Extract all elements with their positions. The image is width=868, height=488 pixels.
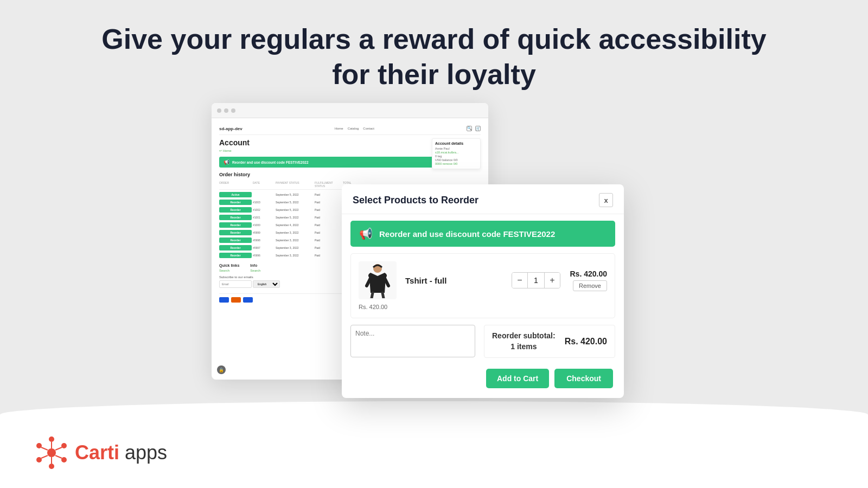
svg-line-14 (41, 447, 48, 450)
store-nav: Home Catalog Contact (335, 127, 374, 130)
svg-point-8 (36, 443, 42, 448)
reorder-btn[interactable]: Reorder (219, 200, 252, 205)
subtotal-box: Reorder subtotal: 1 items Rs. 420.00 (484, 325, 615, 358)
reorder-btn[interactable]: Reorder (219, 237, 252, 243)
reorder-btn[interactable]: Reorder (219, 207, 252, 213)
modal-footer: Add to Cart Checkout (342, 362, 624, 398)
order-history-title: Order history (219, 172, 481, 177)
modal-title: Select Products to Reorder (353, 195, 478, 206)
svg-point-6 (49, 464, 54, 469)
email-input[interactable] (219, 280, 252, 288)
brand-logo: Carti apps (33, 434, 167, 472)
megaphone-icon: 📢 (224, 159, 229, 165)
reorder-btn[interactable]: Reorder (219, 253, 252, 258)
quantity-value: 1 (527, 273, 545, 288)
nav-contact[interactable]: Contact (363, 127, 374, 130)
add-to-cart-button[interactable]: Add to Cart (486, 369, 549, 388)
subtotal-label: Reorder subtotal: 1 items (492, 331, 556, 352)
reorder-btn[interactable]: Reorder (219, 222, 252, 228)
browser-dot-1 (217, 108, 221, 113)
modal-header: Select Products to Reorder x (342, 184, 624, 214)
quantity-increase-button[interactable]: + (545, 273, 560, 288)
amex-icon (243, 297, 253, 303)
remove-product-button[interactable]: Remove (573, 280, 607, 291)
lock-icon: 🔒 (217, 365, 226, 374)
svg-point-5 (61, 457, 67, 463)
info-link-search[interactable]: Search (250, 269, 260, 272)
account-details-box: Account details Annie Paul s18.mcat.kulb… (432, 138, 481, 169)
checkout-button[interactable]: Checkout (554, 369, 613, 388)
svg-line-13 (41, 455, 48, 458)
modal-promo-banner: 📢 Reorder and use discount code FESTIVE2… (350, 221, 615, 247)
reorder-btn[interactable]: Reorder (219, 215, 252, 220)
product-section: Tshirt - full − 1 + Rs. 420.00 Remove Rs… (350, 253, 615, 318)
megaphone-large-icon: 📢 (359, 227, 373, 240)
nav-catalog[interactable]: Catalog (348, 127, 359, 130)
carti-logo-icon (33, 434, 71, 472)
browser-dot-2 (224, 108, 228, 113)
store-logo: sd-app-dev (219, 126, 242, 131)
product-row: Tshirt - full − 1 + Rs. 420.00 Remove (359, 261, 607, 299)
store-header: sd-app-dev Home Catalog Contact 🔍 🛒 (219, 124, 481, 135)
reorder-btn[interactable]: Reorder (219, 245, 252, 251)
info-col: Info Search (250, 264, 260, 272)
quick-link-search[interactable]: Search (219, 269, 239, 272)
bottom-section: Reorder subtotal: 1 items Rs. 420.00 (350, 325, 615, 358)
product-price: Rs. 420.00 (569, 269, 607, 278)
reorder-btn[interactable]: Reorder (219, 230, 252, 235)
product-price-section: Rs. 420.00 Remove (569, 269, 607, 291)
svg-point-7 (36, 457, 42, 463)
note-textarea[interactable] (350, 325, 475, 357)
quick-links-col: Quick links Search (219, 264, 239, 272)
mastercard-icon (231, 297, 241, 303)
quantity-decrease-button[interactable]: − (512, 273, 527, 288)
browser-bar (212, 103, 488, 118)
product-price-below: Rs. 420.00 (359, 304, 607, 310)
svg-point-3 (49, 436, 54, 442)
svg-point-2 (47, 448, 56, 457)
reorder-btn-active[interactable]: Active (219, 192, 252, 197)
locale-select[interactable]: English (253, 280, 280, 288)
store-icons: 🔍 🛒 (467, 126, 481, 131)
svg-line-10 (55, 447, 62, 450)
reorder-modal: Select Products to Reorder x 📢 Reorder a… (342, 184, 624, 398)
svg-line-11 (55, 455, 62, 458)
search-icon[interactable]: 🔍 (467, 126, 472, 131)
product-figure (364, 263, 391, 298)
product-name: Tshirt - full (405, 276, 503, 285)
subtotal-value: Rs. 420.00 (565, 337, 607, 346)
quantity-control: − 1 + (512, 272, 560, 288)
browser-dot-3 (231, 108, 235, 113)
svg-point-4 (61, 443, 67, 448)
visa-icon (219, 297, 229, 303)
brand-name: Carti apps (75, 441, 167, 464)
modal-close-button[interactable]: x (599, 193, 613, 207)
main-heading: Give your regulars a reward of quick acc… (0, 22, 868, 92)
product-image (359, 261, 397, 299)
cart-icon[interactable]: 🛒 (475, 126, 481, 131)
nav-home[interactable]: Home (335, 127, 343, 130)
